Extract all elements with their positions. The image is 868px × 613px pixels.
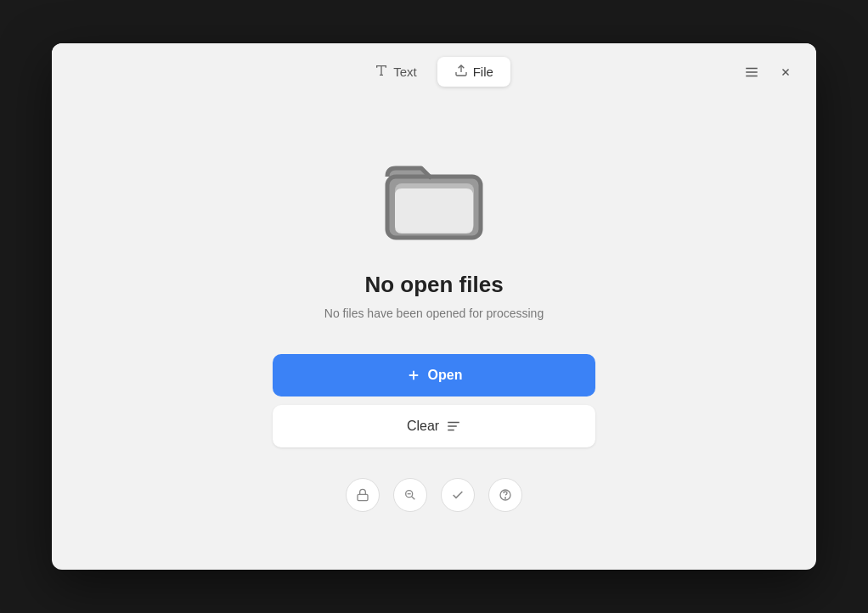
tab-text[interactable]: Text xyxy=(358,57,434,87)
clear-button-label: Clear xyxy=(407,419,439,434)
svg-rect-14 xyxy=(358,494,368,500)
text-tab-icon xyxy=(375,64,388,80)
open-button[interactable]: Open xyxy=(273,354,595,396)
clear-button[interactable]: Clear xyxy=(273,405,595,447)
tab-bar: Text File xyxy=(358,57,510,87)
bottom-toolbar xyxy=(346,478,522,512)
help-icon-button[interactable] xyxy=(488,478,522,512)
lock-icon-button[interactable] xyxy=(346,478,380,512)
main-content: No open files No files have been opened … xyxy=(52,100,816,546)
empty-state-title: No open files xyxy=(364,272,503,298)
open-button-label: Open xyxy=(428,368,463,383)
check-icon-button[interactable] xyxy=(441,478,475,512)
empty-state-icon xyxy=(383,151,485,248)
empty-state-subtitle: No files have been opened for processing xyxy=(324,306,544,320)
menu-button[interactable] xyxy=(738,59,765,86)
svg-line-16 xyxy=(412,497,415,500)
close-button[interactable] xyxy=(772,59,799,86)
action-buttons: Open Clear xyxy=(273,354,595,447)
window-controls xyxy=(738,59,799,86)
app-window: Text File xyxy=(52,43,816,570)
header: Text File xyxy=(52,43,816,100)
tab-file-label: File xyxy=(473,65,493,79)
tab-text-label: Text xyxy=(393,65,417,79)
file-tab-icon xyxy=(454,64,468,80)
tab-file[interactable]: File xyxy=(437,57,510,87)
search-icon-button[interactable] xyxy=(393,478,427,512)
